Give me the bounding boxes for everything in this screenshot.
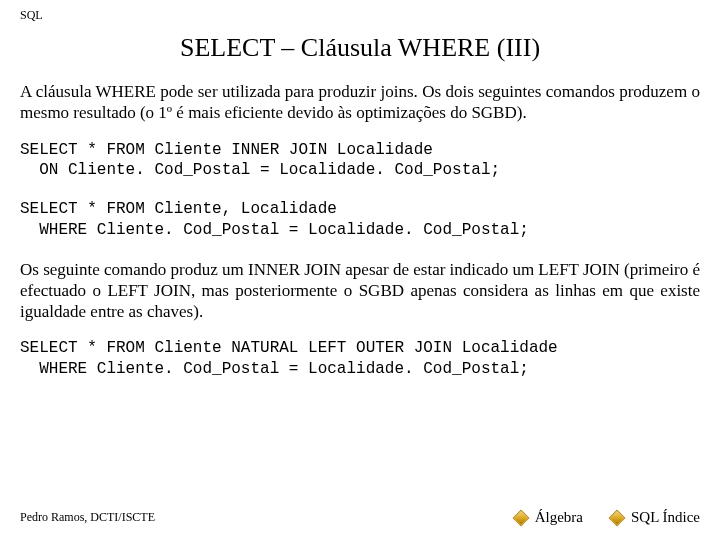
footer: Pedro Ramos, DCTI/ISCTE Álgebra SQL Índi…	[20, 509, 700, 526]
code-block-2: SELECT * FROM Cliente, Localidade WHERE …	[20, 199, 700, 241]
nav-link-label: Álgebra	[535, 509, 583, 526]
code-block-3: SELECT * FROM Cliente NATURAL LEFT OUTER…	[20, 338, 700, 380]
diamond-icon	[512, 509, 529, 526]
diamond-icon	[608, 509, 625, 526]
page-title: SELECT – Cláusula WHERE (III)	[20, 33, 700, 63]
paragraph-1: A cláusula WHERE pode ser utilizada para…	[20, 81, 700, 124]
nav-link-algebra[interactable]: Álgebra	[515, 509, 583, 526]
nav-link-sql-indice[interactable]: SQL Índice	[611, 509, 700, 526]
nav-link-label: SQL Índice	[631, 509, 700, 526]
code-block-1: SELECT * FROM Cliente INNER JOIN Localid…	[20, 140, 700, 182]
section-label: SQL	[20, 8, 700, 23]
paragraph-2: Os seguinte comando produz um INNER JOIN…	[20, 259, 700, 323]
footer-author: Pedro Ramos, DCTI/ISCTE	[20, 510, 487, 525]
